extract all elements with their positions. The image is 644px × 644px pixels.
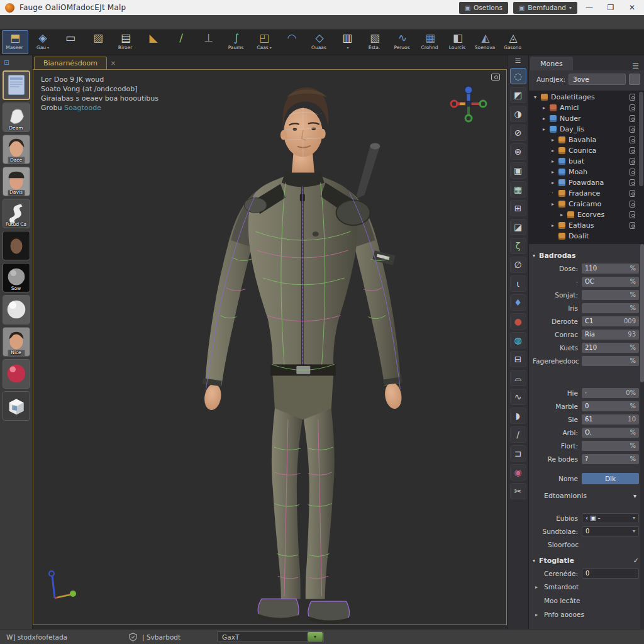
property-field[interactable]: · 0% (582, 388, 639, 398)
account-button[interactable]: ▣ Osetlons (459, 2, 508, 14)
strip-tool-button[interactable]: ◌ (510, 68, 526, 84)
strip-tool-button[interactable]: ● (510, 313, 526, 330)
edit-button[interactable]: Dik (582, 473, 639, 484)
expand-arrow-icon[interactable]: ▸ (543, 105, 550, 111)
expand-arrow-icon[interactable]: ▸ (543, 116, 550, 121)
strip-tool-button[interactable]: ✂ (510, 483, 526, 499)
property-field[interactable]: % (582, 290, 639, 300)
minimize-button[interactable]: — (580, 1, 599, 14)
toolbar-button[interactable]: ▦ Crohnd (417, 30, 443, 54)
expand-arrow-icon[interactable]: ▸ (552, 201, 558, 207)
expand-arrow-icon[interactable]: ▸ (552, 148, 558, 153)
thumbnail-shape[interactable]: Deam (3, 103, 30, 132)
thumbnail-sphere-red[interactable] (3, 359, 30, 389)
lock-badge-icon[interactable] (630, 94, 635, 101)
tree-scrollbar[interactable] (639, 92, 643, 186)
tree-row[interactable]: Doalit (529, 231, 644, 242)
toolbar-button[interactable]: ▭ (57, 30, 84, 54)
thumbnail-face-male2[interactable]: Nice (3, 327, 30, 357)
lock-badge-icon[interactable] (630, 179, 635, 186)
lock-badge-icon[interactable] (630, 169, 635, 175)
toolbar-button[interactable]: ▥ ▾ (334, 30, 360, 54)
strip-tool-button[interactable]: ◪ (510, 219, 526, 235)
strip-tool-button[interactable]: ⊞ (510, 200, 526, 216)
maximize-button[interactable]: ❐ (601, 1, 620, 14)
strip-tool-button[interactable]: ζ (510, 238, 526, 254)
thumbnail-cube[interactable] (3, 391, 30, 421)
strip-tool-button[interactable]: ◍ (510, 332, 526, 348)
toolbar-button[interactable]: ◧ Lourcis (445, 30, 471, 54)
filter-select[interactable]: 3ove (569, 74, 626, 85)
lock-badge-icon[interactable] (630, 211, 635, 218)
dropdown-select[interactable]: ‹ ▣ - ▾ (582, 513, 639, 523)
strip-tool-button[interactable]: ▦ (510, 181, 526, 197)
tree-row[interactable]: ▸ Counica (529, 145, 644, 156)
camera-frame-icon[interactable] (491, 74, 500, 80)
filter-button[interactable] (629, 74, 640, 85)
expand-arrow-icon[interactable]: · (552, 191, 558, 196)
strip-tool-button[interactable]: ◉ (510, 464, 526, 480)
property-field[interactable]: % (582, 441, 639, 451)
panel-scrollbar[interactable] (640, 244, 644, 629)
collapsed-group-row[interactable]: ▸ Pnfo aoooes (533, 608, 639, 621)
property-field[interactable]: 0 % (582, 401, 639, 411)
lock-badge-icon[interactable] (630, 136, 635, 143)
section-header-2[interactable]: ▾ Ftoglatle ✓ (533, 554, 639, 567)
strip-tool-button[interactable]: ♦ (510, 294, 526, 311)
strip-tool-button[interactable]: ◩ (510, 87, 526, 103)
thumbnail-face-cap[interactable]: Davis (3, 167, 30, 196)
profile-button[interactable]: ▣ Bemfudand ▾ (513, 2, 577, 14)
toolbar-button[interactable]: ◬ Gasono (500, 30, 526, 54)
strip-menu-icon[interactable]: ☰ (515, 55, 521, 67)
property-field[interactable]: % (582, 356, 639, 366)
status-dropdown[interactable]: GaxT ▾ (217, 631, 324, 642)
tree-row[interactable]: · Fradance (529, 188, 644, 199)
strip-tool-button[interactable]: ◑ (510, 106, 526, 122)
panel-tab-nodes[interactable]: Mones (530, 57, 573, 70)
tree-row[interactable]: ▸ Poawdana (529, 177, 644, 188)
toolbar-button[interactable]: ∿ Peruos (389, 30, 416, 54)
expand-arrow-icon[interactable]: ▸ (552, 137, 558, 143)
expand-arrow-icon[interactable]: ▸ (552, 158, 558, 164)
expand-arrow-icon[interactable]: ▸ (552, 169, 558, 175)
tree-row[interactable]: ▸ Moah (529, 167, 644, 177)
lock-badge-icon[interactable] (630, 158, 635, 165)
tree-row[interactable]: ▸ Ecorves (529, 209, 644, 220)
strip-tool-button[interactable]: ⌓ (510, 370, 526, 386)
thumbnail-face-male[interactable]: Dace (3, 135, 30, 164)
tree-row[interactable]: ▸ Nuder (529, 113, 644, 124)
tree-row[interactable]: ▸ buat (529, 156, 644, 167)
expand-arrow-icon[interactable]: ▸ (552, 180, 558, 186)
thumbnail-sphere-grey[interactable]: Sow (3, 263, 30, 292)
toolbar-button[interactable]: ∫ Paums (223, 30, 250, 54)
lock-badge-icon[interactable] (630, 126, 635, 133)
property-field[interactable]: C1 009 (582, 316, 639, 326)
toolbar-button[interactable]: ⊥ (196, 30, 222, 54)
lock-badge-icon[interactable] (630, 222, 635, 229)
toolbar-button[interactable]: ▤ Biroer (113, 30, 139, 54)
toolbar-button[interactable]: ◭ Soenova (472, 30, 499, 54)
expander-extensions[interactable]: Edtoamionis ▾ (533, 489, 639, 502)
property-field[interactable]: 0 (582, 569, 639, 579)
collapsed-group-row[interactable]: Moo lecâte (533, 594, 639, 608)
property-field[interactable]: ? % (582, 454, 639, 464)
orientation-gizmo[interactable] (448, 84, 489, 124)
collapsed-group-row[interactable]: ▸ Smtardoot (533, 580, 639, 594)
tree-row[interactable]: ▸ Craicamo (529, 199, 644, 209)
toolbar-button[interactable]: ◠ (279, 30, 305, 54)
property-field[interactable]: 210 % (582, 343, 639, 353)
tab-close-icon[interactable]: × (107, 57, 119, 69)
toolbar-button[interactable]: ⬒ Maseer (2, 30, 28, 54)
tree-row[interactable]: ▸ Bavahia (529, 135, 644, 145)
strip-tool-button[interactable]: ▣ (510, 162, 526, 179)
strip-tool-button[interactable]: ⊟ (510, 351, 526, 367)
thumbnail-document[interactable] (3, 70, 30, 100)
toolbar-button[interactable]: ▧ Esta. (362, 30, 388, 54)
toolbar-button[interactable]: ◇ Ouaas (306, 30, 333, 54)
tree-row[interactable]: ▸ Eatlaus (529, 220, 644, 231)
check-icon[interactable]: ✓ (633, 557, 639, 565)
expand-arrow-icon[interactable]: ▸ (560, 212, 567, 218)
thumbnail-face-dark[interactable] (3, 231, 30, 260)
property-field[interactable]: O. % (582, 428, 639, 438)
strip-tool-button[interactable]: ◗ (510, 408, 526, 424)
